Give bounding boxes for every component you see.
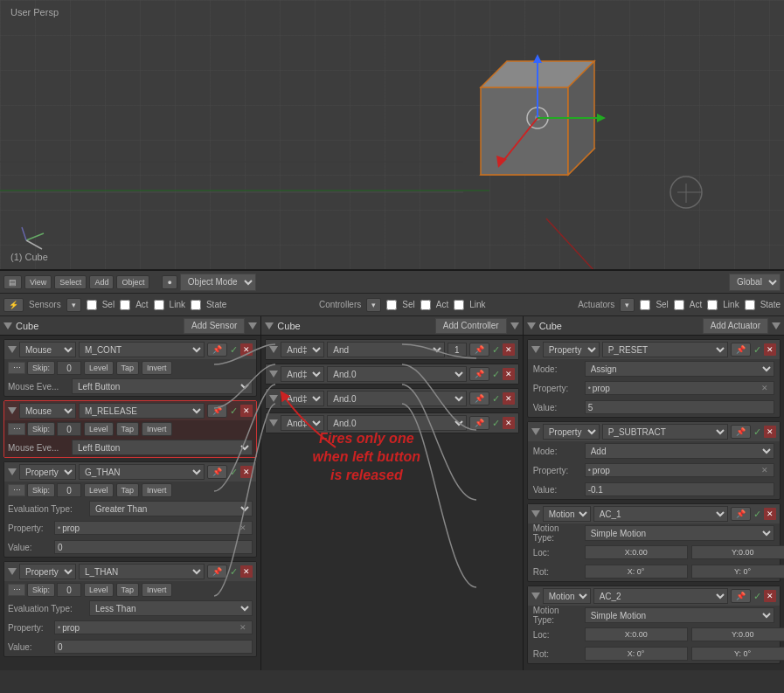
act-link-check[interactable] — [707, 300, 718, 310]
sensor2-close[interactable]: ✕ — [240, 405, 253, 417]
act3-rot-x[interactable] — [585, 565, 688, 579]
sensor1-skip-val[interactable] — [57, 361, 81, 375]
act3-pin[interactable]: 📌 — [731, 507, 751, 521]
sensor2-type[interactable]: Mouse — [19, 403, 76, 419]
sensor2-skip-val[interactable] — [57, 422, 81, 436]
sensor3-close[interactable]: ✕ — [240, 466, 253, 478]
ctrl2-close[interactable]: ✕ — [503, 368, 515, 380]
sensor3-tap[interactable]: Tap — [116, 483, 140, 497]
ctrl3-pin[interactable]: 📌 — [469, 392, 489, 405]
ctrl3-close[interactable]: ✕ — [503, 392, 515, 405]
sensor4-type[interactable]: Property — [19, 564, 76, 579]
global-select[interactable]: Global — [729, 274, 781, 291]
sensor4-close[interactable]: ✕ — [240, 565, 253, 578]
ctrl1-type[interactable]: And‡ — [281, 342, 324, 357]
ctrl4-collapse[interactable] — [269, 419, 278, 426]
sensor4-pin[interactable]: 📌 — [207, 565, 227, 579]
sensor4-eval-select[interactable]: Less Than — [89, 600, 253, 616]
act1-pin[interactable]: 📌 — [731, 343, 751, 357]
act2-prop-clear[interactable]: ✕ — [759, 464, 771, 476]
act-state-check[interactable] — [745, 300, 755, 310]
act2-val-input[interactable] — [585, 482, 774, 496]
act1-collapse[interactable] — [531, 346, 540, 353]
act4-close[interactable]: ✕ — [764, 590, 776, 602]
viewport[interactable]: User Persp (1) Cube — [0, 0, 784, 271]
sensor4-tap[interactable]: Tap — [116, 583, 140, 597]
ctrl2-collapse[interactable] — [269, 371, 278, 378]
add-actuator-btn[interactable]: Add Actuator — [703, 318, 768, 334]
act4-loc-y[interactable] — [691, 627, 784, 641]
sensor4-prop-clear[interactable]: ✕ — [237, 621, 249, 634]
act2-type[interactable]: Property — [543, 424, 600, 440]
ctrl4-subtype[interactable]: And.0 — [327, 415, 466, 431]
mode-select[interactable]: Object Mode — [180, 274, 256, 291]
sensors-collapse[interactable] — [3, 322, 12, 329]
sensor2-level[interactable]: Level — [84, 422, 114, 436]
sensor3-prop-clear[interactable]: ✕ — [237, 522, 249, 534]
sensor4-collapse[interactable] — [8, 568, 17, 575]
act2-subtype[interactable]: P_SUBTRACT — [602, 424, 728, 440]
ctrl2-subtype[interactable]: And.0 — [327, 366, 466, 382]
sensor1-pin[interactable]: 📌 — [207, 343, 227, 357]
actuators-dropdown[interactable]: ▾ — [620, 298, 635, 312]
link-check[interactable] — [154, 300, 164, 310]
act3-type[interactable]: Motion — [543, 506, 591, 522]
sensor3-eval-select[interactable]: Greater Than — [89, 501, 253, 516]
sensor4-invert[interactable]: Invert — [142, 583, 172, 597]
add-ctrl-dropdown[interactable] — [510, 322, 519, 329]
sensor1-type[interactable]: Mouse — [19, 342, 76, 357]
act-act-check[interactable] — [674, 300, 684, 310]
state-check[interactable] — [191, 300, 201, 310]
act3-rot-y[interactable] — [691, 565, 784, 579]
sensor1-tap[interactable]: Tap — [116, 361, 140, 375]
act1-type[interactable]: Property — [543, 342, 600, 357]
sensor3-invert[interactable]: Invert — [142, 483, 172, 497]
sensor2-collapse[interactable] — [8, 407, 17, 414]
sensor2-invert[interactable]: Invert — [142, 422, 172, 436]
add-sensor-dropdown[interactable] — [248, 322, 257, 329]
act2-collapse[interactable] — [531, 428, 540, 435]
act-collapse[interactable] — [527, 322, 536, 329]
act-check[interactable] — [120, 300, 130, 310]
sensor3-type[interactable]: Property — [19, 464, 76, 480]
act1-mode-select[interactable]: Assign — [585, 361, 774, 377]
ctrl1-pin[interactable]: 📌 — [469, 343, 489, 357]
ctrl2-pin[interactable]: 📌 — [469, 367, 489, 381]
sensor2-event-select[interactable]: Left Button — [72, 440, 253, 455]
sensor4-skip-val[interactable] — [57, 583, 81, 597]
sensor1-level[interactable]: Level — [84, 361, 114, 375]
sensor1-collapse[interactable] — [8, 346, 17, 353]
select-menu[interactable]: Select — [54, 275, 87, 289]
act4-subtype[interactable]: AC_2 — [593, 588, 728, 604]
ctrl3-type[interactable]: And‡ — [281, 391, 324, 406]
act3-loc-x[interactable] — [585, 545, 688, 559]
add-menu[interactable]: Add — [89, 275, 114, 289]
sensor2-pin[interactable]: 📌 — [207, 404, 227, 418]
add-act-dropdown[interactable] — [772, 322, 781, 329]
act4-loc-x[interactable] — [585, 627, 688, 641]
sensor1-event-select[interactable]: Left Button — [72, 378, 253, 394]
act3-mtype-select[interactable]: Simple Motion — [585, 525, 774, 541]
ctrl-sel-check[interactable] — [386, 300, 397, 310]
sensor4-val-input[interactable] — [54, 640, 253, 654]
act2-mode-select[interactable]: Add — [585, 443, 774, 459]
view-menu[interactable]: View — [24, 275, 52, 289]
ctrl1-collapse[interactable] — [269, 346, 278, 353]
ctrl1-num[interactable] — [448, 343, 467, 357]
sensors-dropdown[interactable]: ▾ — [66, 298, 81, 312]
add-controller-btn[interactable]: Add Controller — [435, 318, 507, 334]
controllers-dropdown[interactable]: ▾ — [366, 298, 381, 312]
sensor1-invert[interactable]: Invert — [142, 361, 172, 375]
ctrl4-type[interactable]: And‡ — [281, 415, 324, 431]
act1-val-input[interactable] — [585, 400, 774, 414]
ctrl1-subtype[interactable]: And — [327, 342, 444, 357]
ctrl-act-check[interactable] — [420, 300, 431, 310]
sensor3-skip-val[interactable] — [57, 483, 81, 497]
act2-close[interactable]: ✕ — [764, 426, 776, 438]
sensor2-subtype[interactable]: M_RELEASE — [79, 403, 205, 419]
sensor3-subtype[interactable]: G_THAN — [79, 464, 205, 480]
sel-check[interactable] — [87, 300, 97, 310]
act3-subtype[interactable]: AC_1 — [593, 506, 728, 522]
act-sel-check[interactable] — [640, 300, 650, 310]
ctrl-link-check[interactable] — [454, 300, 464, 310]
